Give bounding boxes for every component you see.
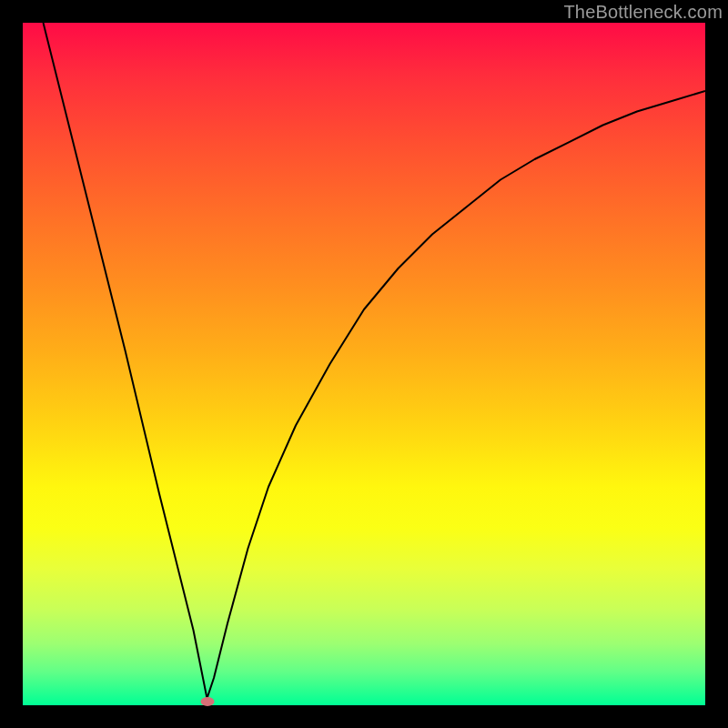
plot-area (23, 23, 705, 705)
curve-svg (23, 23, 705, 705)
chart-frame: TheBottleneck.com (0, 0, 728, 728)
minimum-marker (200, 697, 214, 706)
watermark-label: TheBottleneck.com (563, 2, 723, 23)
bottleneck-curve (44, 23, 706, 699)
